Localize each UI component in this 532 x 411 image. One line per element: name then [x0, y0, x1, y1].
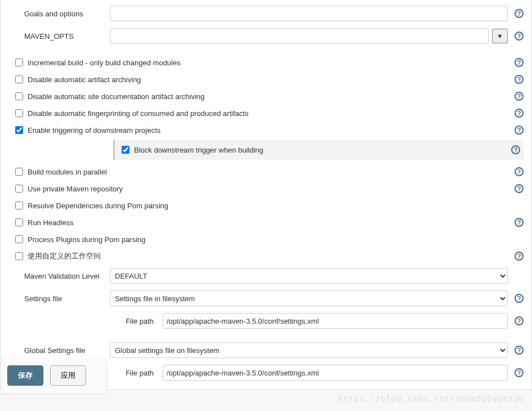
custom-workspace-row: 使用自定义的工作空间 ?: [6, 248, 526, 265]
custom-workspace-label: 使用自定义的工作空间: [28, 251, 508, 261]
goals-row: Goals and options ?: [6, 2, 526, 25]
incremental-build-row: Incremental build - only build changed m…: [6, 54, 526, 71]
help-icon[interactable]: ?: [515, 109, 524, 118]
save-button[interactable]: 保存: [7, 365, 43, 386]
maven-validation-label: Maven Validation Level: [8, 272, 110, 280]
help-icon[interactable]: ?: [515, 294, 524, 303]
use-private-repo-row: Use private Maven repository ?: [6, 180, 526, 197]
help-icon[interactable]: ?: [515, 58, 524, 67]
help-icon[interactable]: ?: [515, 126, 524, 135]
help-icon[interactable]: ?: [515, 368, 524, 377]
help-icon[interactable]: ?: [515, 252, 524, 261]
help-icon[interactable]: ?: [515, 316, 524, 325]
disable-fingerprinting-checkbox[interactable]: [15, 109, 23, 117]
expand-button[interactable]: ▼: [492, 29, 508, 43]
block-downstream-checkbox[interactable]: [122, 146, 129, 154]
resolve-deps-pom-row: Resolve Dependencies during Pom parsing: [6, 197, 526, 214]
disable-site-archiving-row: Disable automatic site documentation art…: [6, 88, 526, 105]
maven-validation-select[interactable]: DEFAULT: [110, 268, 508, 284]
disable-fingerprinting-row: Disable automatic fingerprinting of cons…: [6, 105, 526, 122]
global-settings-file-path-input[interactable]: [163, 365, 508, 381]
enable-downstream-label: Enable triggering of downstream projects: [28, 126, 508, 135]
settings-file-row: Settings file Settings file in filesyste…: [6, 287, 526, 310]
action-bar: 保存 应用: [0, 358, 107, 394]
enable-downstream-row: Enable triggering of downstream projects…: [6, 122, 526, 139]
incremental-build-label: Incremental build - only build changed m…: [28, 59, 508, 67]
resolve-deps-pom-checkbox[interactable]: [15, 202, 23, 209]
goals-input[interactable]: [110, 6, 508, 21]
build-parallel-row: Build modules in parallel ?: [6, 163, 526, 180]
maven-config-panel: Goals and options ? MAVEN_OPTS ▼ ? Incre…: [0, 0, 532, 390]
watermark: https://blog.csdn.net/zhou520yue520: [338, 394, 524, 403]
global-settings-file-select[interactable]: Global settings file on filesystem: [110, 342, 508, 358]
help-icon[interactable]: ?: [515, 346, 524, 355]
run-headless-row: Run Headless ?: [6, 214, 526, 231]
help-icon[interactable]: ?: [515, 9, 524, 18]
use-private-repo-label: Use private Maven repository: [28, 185, 508, 193]
help-icon[interactable]: ?: [515, 32, 524, 41]
disable-site-archiving-checkbox[interactable]: [15, 92, 23, 100]
block-downstream-label: Block downstream trigger when building: [134, 146, 504, 154]
block-downstream-row: Block downstream trigger when building ?: [113, 140, 524, 160]
file-path-label: File path: [8, 317, 163, 325]
apply-button[interactable]: 应用: [50, 365, 86, 386]
help-icon[interactable]: ?: [515, 184, 524, 193]
disable-fingerprinting-label: Disable automatic fingerprinting of cons…: [28, 109, 508, 118]
maven-opts-label: MAVEN_OPTS: [8, 32, 110, 41]
global-settings-file-label: Global Settings file: [8, 346, 110, 355]
help-icon[interactable]: ?: [515, 92, 524, 101]
process-plugins-pom-row: Process Plugins during Pom parsing: [6, 231, 526, 248]
goals-label: Goals and options: [8, 10, 110, 18]
process-plugins-pom-checkbox[interactable]: [15, 235, 23, 243]
incremental-build-checkbox[interactable]: [15, 59, 23, 66]
settings-file-label: Settings file: [8, 294, 110, 303]
disable-artifact-archiving-label: Disable automatic artifact archiving: [28, 75, 508, 84]
disable-site-archiving-label: Disable automatic site documentation art…: [28, 92, 508, 101]
build-parallel-label: Build modules in parallel: [28, 168, 508, 176]
disable-artifact-archiving-row: Disable automatic artifact archiving ?: [6, 71, 526, 88]
run-headless-checkbox[interactable]: [15, 218, 23, 226]
build-parallel-checkbox[interactable]: [15, 168, 23, 176]
chevron-down-icon: ▼: [497, 33, 503, 39]
custom-workspace-checkbox[interactable]: [15, 252, 23, 260]
use-private-repo-checkbox[interactable]: [15, 185, 23, 193]
help-icon[interactable]: ?: [511, 145, 520, 154]
settings-file-path-row: File path ?: [6, 310, 526, 332]
enable-downstream-checkbox[interactable]: [15, 126, 23, 134]
maven-opts-input[interactable]: [110, 28, 489, 44]
settings-file-path-input[interactable]: [163, 313, 508, 329]
run-headless-label: Run Headless: [28, 218, 508, 227]
help-icon[interactable]: ?: [515, 218, 524, 227]
help-icon[interactable]: ?: [515, 167, 524, 176]
help-icon[interactable]: ?: [515, 75, 524, 84]
process-plugins-pom-label: Process Plugins during Pom parsing: [28, 235, 508, 244]
settings-file-select[interactable]: Settings file in filesystem: [110, 291, 508, 306]
maven-opts-row: MAVEN_OPTS ▼ ?: [6, 25, 526, 47]
maven-validation-row: Maven Validation Level DEFAULT: [6, 265, 526, 287]
disable-artifact-archiving-checkbox[interactable]: [15, 75, 23, 83]
resolve-deps-pom-label: Resolve Dependencies during Pom parsing: [28, 202, 508, 210]
